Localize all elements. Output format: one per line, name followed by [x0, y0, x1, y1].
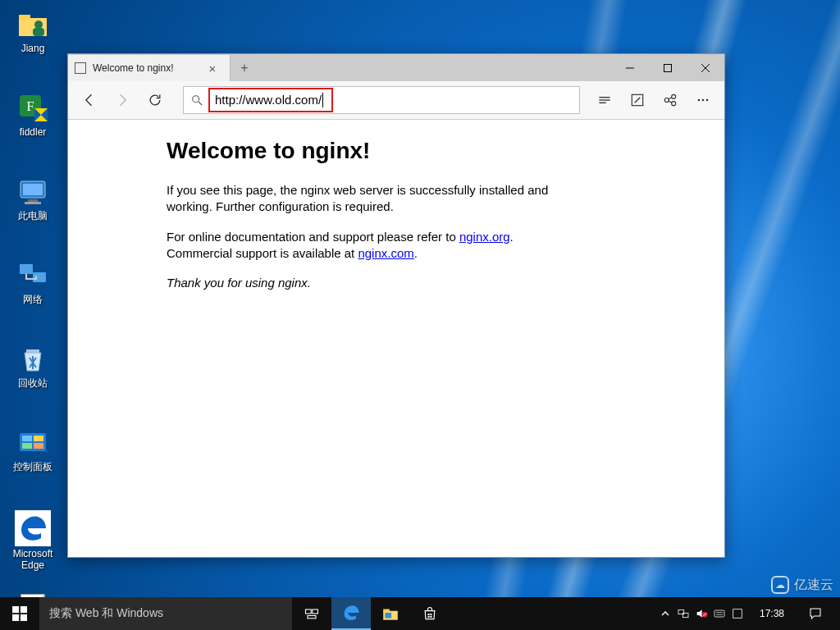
tray-ime-icon[interactable] — [710, 597, 728, 630]
svg-point-2 — [34, 21, 43, 29]
desktop-icon-label: Jiang — [21, 43, 45, 54]
control-panel-icon — [16, 427, 49, 459]
address-highlight-annotation: http://www.old.com/ — [208, 88, 333, 113]
this-pc-icon — [16, 176, 49, 208]
link-nginx-com[interactable]: nginx.com — [358, 246, 413, 260]
svg-rect-1 — [19, 15, 30, 20]
share-button[interactable] — [654, 84, 687, 116]
system-tray: 17:38 — [655, 597, 840, 630]
svg-point-33 — [698, 99, 701, 102]
tray-overflow-button[interactable] — [656, 597, 674, 630]
svg-rect-40 — [306, 609, 312, 614]
svg-rect-39 — [21, 614, 27, 621]
reading-view-button[interactable] — [588, 84, 621, 116]
desktop-icon-label: 网络 — [23, 294, 43, 305]
tab-close-button[interactable]: × — [202, 62, 223, 75]
address-input[interactable]: http://www.old.com/ — [215, 93, 322, 107]
svg-rect-48 — [428, 616, 430, 618]
action-center-button[interactable] — [797, 606, 833, 621]
desktop-icon-label: 回收站 — [18, 377, 48, 389]
para2-end: . — [414, 246, 418, 260]
web-note-button[interactable] — [621, 84, 654, 116]
svg-rect-42 — [308, 616, 316, 619]
browser-toolbar: http://www.old.com/ — [68, 81, 724, 120]
address-bar[interactable]: http://www.old.com/ — [183, 86, 580, 114]
desktop-icon-label: Microsoft Edge — [2, 548, 64, 571]
new-tab-button[interactable]: + — [231, 55, 258, 81]
search-icon — [184, 94, 210, 107]
window-minimize-button[interactable] — [611, 54, 649, 81]
tray-network-icon[interactable] — [674, 597, 692, 630]
svg-text:F: F — [27, 99, 34, 113]
svg-rect-36 — [12, 606, 19, 613]
desktop-icon-label: fiddler — [20, 126, 47, 138]
link-nginx-org[interactable]: nginx.org — [459, 230, 510, 244]
svg-rect-7 — [23, 184, 43, 195]
para2-mid: . — [510, 230, 514, 244]
watermark-text: 亿速云 — [794, 577, 833, 594]
svg-rect-15 — [34, 436, 43, 441]
desktop-icon-recyclebin[interactable]: 回收站 — [2, 343, 64, 404]
browser-tab-active[interactable]: Welcome to nginx! × — [68, 55, 231, 81]
taskbar-search-placeholder: 搜索 Web 和 Windows — [49, 606, 163, 621]
svg-rect-14 — [22, 436, 32, 441]
taskbar-app-store[interactable] — [410, 597, 450, 630]
window-maximize-button[interactable] — [649, 54, 687, 81]
svg-line-32 — [669, 101, 672, 103]
svg-rect-44 — [383, 609, 390, 612]
svg-rect-41 — [313, 609, 318, 614]
page-paragraph-2: For online documentation and support ple… — [167, 229, 593, 262]
window-controls — [611, 54, 724, 81]
svg-rect-46 — [428, 614, 430, 615]
desktop-icon-fiddler[interactable]: F fiddler — [2, 92, 64, 153]
svg-rect-47 — [430, 614, 431, 615]
desktop-icon-thispc[interactable]: 此电脑 — [2, 176, 64, 236]
taskbar-app-edge[interactable] — [331, 597, 371, 630]
svg-rect-3 — [33, 28, 44, 36]
desktop-icon-label: 控制面板 — [13, 461, 52, 472]
tray-extra-icon[interactable] — [728, 597, 746, 630]
browser-tabstrip: Welcome to nginx! × + — [68, 54, 724, 81]
network-icon — [16, 259, 49, 292]
more-button[interactable] — [687, 84, 719, 116]
svg-point-22 — [193, 96, 199, 103]
edge-browser-window: Welcome to nginx! × + http://www.old.com… — [67, 53, 725, 558]
page-paragraph-1: If you see this page, the nginx web serv… — [167, 182, 593, 216]
desktop-icon-user[interactable]: Jiang — [2, 8, 64, 69]
refresh-button[interactable] — [139, 84, 171, 116]
svg-point-29 — [672, 94, 676, 98]
desktop-icons: Jiang F fiddler 此电脑 网络 回收站 控制面板 Microso — [0, 0, 66, 630]
cloud-icon: ☁ — [771, 576, 789, 594]
taskbar-search-box[interactable]: 搜索 Web 和 Windows — [39, 597, 292, 630]
task-view-button[interactable] — [292, 597, 331, 630]
toolbar-right-buttons — [588, 84, 719, 116]
edge-icon — [15, 510, 51, 546]
svg-rect-57 — [733, 609, 742, 619]
svg-rect-37 — [21, 606, 27, 613]
tray-volume-icon[interactable] — [692, 597, 710, 630]
watermark: ☁ 亿速云 — [771, 576, 833, 594]
svg-rect-49 — [430, 616, 431, 618]
recycle-bin-icon — [16, 343, 49, 376]
para2-br: Commercial support is available at — [167, 246, 358, 260]
browser-page-content: Welcome to nginx! If you see this page, … — [68, 120, 724, 557]
page-thanks: Thank you for using nginx. — [167, 275, 593, 291]
taskbar-app-explorer[interactable] — [371, 597, 410, 630]
svg-rect-12 — [26, 349, 39, 353]
clock-time: 17:38 — [760, 609, 784, 619]
desktop-icon-edge[interactable]: Microsoft Edge — [2, 510, 64, 571]
desktop-icon-controlpanel[interactable]: 控制面板 — [2, 427, 64, 487]
text-caret-icon — [322, 93, 323, 107]
page-favicon-icon — [75, 62, 86, 74]
forward-button[interactable] — [106, 84, 139, 116]
svg-point-30 — [672, 102, 676, 106]
taskbar-clock[interactable]: 17:38 — [746, 609, 797, 619]
taskbar: 搜索 Web 和 Windows 17:38 — [0, 597, 840, 630]
back-button[interactable] — [73, 84, 106, 116]
start-button[interactable] — [0, 597, 39, 630]
desktop-icon-network[interactable]: 网络 — [2, 259, 64, 320]
para2-pre: For online documentation and support ple… — [167, 230, 459, 244]
svg-rect-45 — [385, 613, 391, 619]
svg-rect-19 — [664, 64, 672, 71]
window-close-button[interactable] — [687, 54, 724, 81]
